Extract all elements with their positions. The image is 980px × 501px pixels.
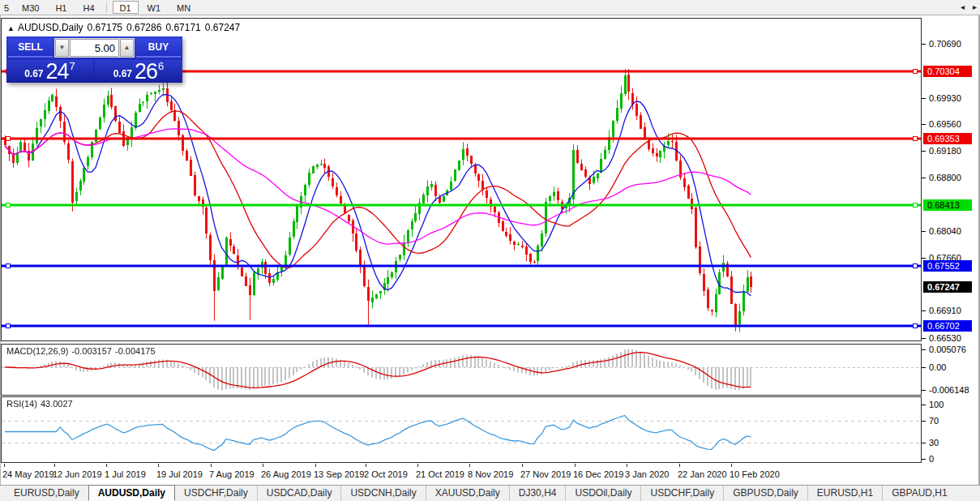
date-tick-mark bbox=[417, 464, 418, 467]
axis-tick-mark bbox=[922, 349, 926, 350]
ohlc-open: 0.67175 bbox=[88, 22, 122, 33]
main-chart-panel: ▲AUDUSD,Daily0.671750.672860.671710.6724… bbox=[1, 18, 922, 341]
rsi-indicator-panel: RSI(14)43.0027 bbox=[1, 396, 922, 463]
date-tick-label: 22 Jan 2020 bbox=[678, 469, 727, 479]
volume-spinner: ▼ ▲ bbox=[54, 38, 135, 58]
timeframe-toolbar: 5M30H1H4D1W1MN bbox=[0, 0, 980, 15]
axis-tick-label: 0.00 bbox=[929, 362, 946, 372]
date-tick-mark bbox=[366, 464, 366, 467]
symbol-tab-bar: EURUSD,DailyAUDUSD,DailyUSDCHF,DailyUSDC… bbox=[0, 485, 980, 501]
axis-tick-label: 30 bbox=[929, 438, 939, 447]
axis-tick-label: 0.68800 bbox=[929, 173, 961, 182]
level-price-label[interactable]: 0.69353 bbox=[923, 133, 972, 144]
axis-tick-mark bbox=[922, 178, 926, 178]
date-tick-label: 19 Jul 2019 bbox=[156, 469, 203, 479]
axis-tick-mark bbox=[922, 258, 926, 259]
axis-tick-label: 100 bbox=[929, 400, 944, 409]
date-tick-label: 27 Nov 2019 bbox=[520, 469, 571, 479]
axis-tick-mark bbox=[922, 231, 926, 232]
collapse-triangle-icon[interactable]: ▲ bbox=[7, 24, 15, 32]
date-tick-label: 21 Oct 2019 bbox=[416, 469, 464, 479]
level-price-label[interactable]: 0.70304 bbox=[923, 66, 972, 77]
date-tick-mark bbox=[158, 464, 159, 467]
macd-name: MACD(12,26,9) bbox=[6, 346, 68, 356]
rsi-name: RSI(14) bbox=[6, 399, 37, 409]
symbol-tab-dj30-h4[interactable]: DJ30,H4 bbox=[509, 486, 566, 501]
axis-tick-label: 0.70690 bbox=[929, 39, 961, 49]
date-tick-label: 10 Feb 2020 bbox=[730, 469, 780, 479]
sell-button[interactable]: SELL bbox=[8, 38, 53, 58]
volume-decrease-icon[interactable]: ▼ bbox=[55, 39, 69, 57]
date-tick-label: 2 Oct 2019 bbox=[364, 469, 408, 479]
symbol-tab-eurusd-daily[interactable]: EURUSD,Daily bbox=[5, 486, 88, 501]
terminal-root: 5M30H1H4D1W1MN ▲AUDUSD,Daily0.671750.672… bbox=[0, 0, 980, 501]
date-tick-mark bbox=[211, 464, 212, 467]
macd-value-1: -0.003157 bbox=[71, 346, 112, 356]
date-tick-mark bbox=[469, 464, 470, 467]
symbol-tab-audusd-daily[interactable]: AUDUSD,Daily bbox=[88, 485, 175, 501]
date-tick-mark bbox=[263, 464, 263, 467]
symbol-tab-eurusd-h1[interactable]: EURUSD,H1 bbox=[807, 486, 882, 501]
axis-tick-label: 0.005076 bbox=[929, 345, 966, 354]
date-tick-mark bbox=[679, 464, 680, 467]
axis-tick-mark bbox=[922, 421, 926, 422]
buy-price-display[interactable]: 0.67 26 6 bbox=[95, 60, 182, 83]
date-axis[interactable]: 24 May 201912 Jun 20191 Jul 201919 Jul 2… bbox=[1, 464, 922, 485]
axis-tick-label: 0.69560 bbox=[929, 119, 961, 129]
axis-tick-mark bbox=[922, 151, 926, 152]
timeframe-button-h4[interactable]: H4 bbox=[75, 1, 101, 14]
axis-tick-mark bbox=[922, 390, 926, 391]
volume-increase-icon[interactable]: ▲ bbox=[120, 39, 134, 57]
volume-input[interactable] bbox=[70, 39, 119, 57]
timeframe-button-mn[interactable]: MN bbox=[169, 1, 198, 14]
timeframe-button-5[interactable]: 5 bbox=[2, 1, 13, 14]
macd-label: MACD(12,26,9)-0.003157-0.004175 bbox=[6, 346, 159, 356]
tab-scroll-left-icon[interactable]: ◂ bbox=[961, 2, 965, 11]
timeframe-button-m30[interactable]: M30 bbox=[15, 1, 46, 14]
ohlc-low: 0.67171 bbox=[165, 22, 200, 33]
rsi-label: RSI(14)43.0027 bbox=[6, 399, 76, 409]
buy-pip-fraction: 6 bbox=[158, 60, 164, 72]
toolbar-separator bbox=[106, 2, 107, 13]
symbol-tab-usdcad-daily[interactable]: USDCAD,Daily bbox=[257, 486, 341, 501]
axis-tick-label: 70 bbox=[929, 416, 939, 426]
symbol-tab-gbpaud-h1[interactable]: GBPAUD,H1 bbox=[882, 486, 956, 501]
date-tick-label: 26 Aug 2019 bbox=[261, 469, 311, 479]
price-axis[interactable]: 0.706900.699300.695600.691800.688000.680… bbox=[922, 18, 979, 465]
date-tick-label: 8 Nov 2019 bbox=[468, 469, 513, 479]
axis-tick-label: -0.006148 bbox=[929, 385, 969, 395]
sell-price-display[interactable]: 0.67 24 7 bbox=[6, 60, 93, 83]
buy-pips: 26 bbox=[135, 59, 157, 84]
level-price-label[interactable]: 0.68413 bbox=[923, 199, 972, 211]
symbol-tab-usdchf-daily[interactable]: USDCHF,Daily bbox=[640, 486, 723, 501]
date-tick-mark bbox=[575, 464, 576, 467]
timeframe-button-h1[interactable]: H1 bbox=[48, 1, 74, 14]
tab-scroll-right-icon[interactable]: ▸ bbox=[973, 2, 977, 11]
date-tick-mark bbox=[522, 464, 523, 467]
symbol-tab-usdchf-daily[interactable]: USDCHF,Daily bbox=[175, 486, 257, 501]
timeframe-button-w1[interactable]: W1 bbox=[140, 1, 169, 14]
timeframe-button-d1[interactable]: D1 bbox=[113, 1, 139, 14]
chart-ohlc-header: ▲AUDUSD,Daily0.671750.672860.671710.6724… bbox=[7, 22, 244, 33]
chart-window: ▲AUDUSD,Daily0.671750.672860.671710.6724… bbox=[0, 15, 980, 485]
date-tick-mark bbox=[731, 464, 732, 467]
symbol-tab-xauusd-daily[interactable]: XAUUSD,Daily bbox=[426, 486, 509, 501]
axis-tick-mark bbox=[922, 443, 926, 443]
rsi-canvas[interactable] bbox=[2, 397, 921, 462]
rsi-value: 43.0027 bbox=[41, 399, 73, 409]
symbol-tab-usdcnh-daily[interactable]: USDCNH,Daily bbox=[340, 486, 425, 501]
level-price-label[interactable]: 0.66702 bbox=[923, 320, 972, 332]
sell-pip-fraction: 7 bbox=[70, 60, 75, 72]
symbol-tab-usdoil-daily[interactable]: USDOil,Daily bbox=[565, 486, 640, 501]
level-price-label[interactable]: 0.67552 bbox=[923, 260, 972, 272]
axis-tick-mark bbox=[922, 367, 926, 368]
date-tick-mark bbox=[4, 464, 5, 467]
axis-tick-mark bbox=[922, 338, 926, 339]
buy-button[interactable]: BUY bbox=[136, 38, 181, 58]
axis-tick-label: 0.66530 bbox=[929, 333, 961, 343]
axis-tick-label: 0.66910 bbox=[929, 306, 961, 315]
date-tick-mark bbox=[106, 464, 107, 467]
date-tick-mark bbox=[627, 464, 627, 467]
axis-tick-mark bbox=[922, 124, 926, 125]
symbol-tab-gbpusd-daily[interactable]: GBPUSD,Daily bbox=[723, 486, 807, 501]
